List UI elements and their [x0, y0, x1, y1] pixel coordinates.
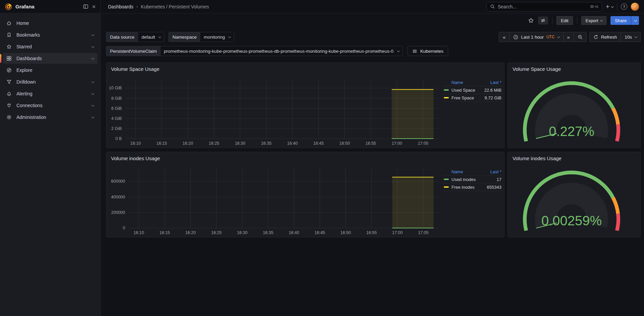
series-marker	[444, 89, 449, 91]
close-menu-icon[interactable]: ×	[92, 4, 96, 10]
top-nav: Grafana × Dashboards › Kubernetes / Pers…	[0, 0, 644, 13]
variable-data-source[interactable]: Data source default	[106, 32, 164, 42]
svg-text:0 B: 0 B	[115, 136, 122, 141]
svg-text:17:05: 17:05	[418, 230, 428, 235]
svg-text:16:40: 16:40	[289, 230, 299, 235]
zoom-out-button[interactable]	[574, 32, 586, 42]
plug-icon	[6, 103, 12, 108]
chevron-down-icon[interactable]	[92, 57, 94, 59]
legend-header: Name Last *	[443, 168, 502, 176]
svg-text:16:15: 16:15	[159, 230, 170, 235]
search-input[interactable]: Search... ⌘+k	[486, 2, 602, 11]
legend-col-name[interactable]: Name	[451, 169, 463, 174]
legend-col-name[interactable]: Name	[451, 80, 463, 85]
breadcrumb-dashboards[interactable]: Dashboards	[108, 4, 133, 9]
share-label: Share	[615, 18, 627, 23]
gauge-chart: 0.00259%	[508, 164, 640, 237]
svg-text:17:00: 17:00	[392, 230, 402, 235]
sidebar-nav: Home Bookmarks Starred Dashboards Explor…	[0, 13, 101, 316]
series-name[interactable]: Used Space	[451, 88, 475, 93]
sidebar-item-administration[interactable]: Administration	[3, 112, 98, 123]
panel-volume-inodes-usage-gauge: Volume inodes Usage 0.00259%	[507, 152, 641, 237]
legend-col-last[interactable]: Last *	[490, 80, 501, 85]
bookmark-icon	[6, 32, 12, 38]
export-button[interactable]: Export	[581, 16, 607, 25]
star-dashboard-icon[interactable]	[528, 17, 534, 24]
series-name[interactable]: Free Space	[451, 95, 474, 100]
variable-value: prometheus-monitoring-kube-prometheus-pr…	[164, 49, 393, 54]
svg-text:16:50: 16:50	[340, 230, 351, 235]
grafana-logo-icon[interactable]	[5, 3, 12, 10]
sidebar-item-bookmarks[interactable]: Bookmarks	[3, 30, 98, 40]
time-range-picker[interactable]: Last 1 hour UTC	[509, 32, 563, 42]
panel-title[interactable]: Volume inodes Usage	[508, 152, 640, 161]
help-icon[interactable]: ?	[621, 3, 627, 10]
series-name[interactable]: Free inodes	[451, 185, 475, 190]
refresh-interval-dropdown[interactable]: 10s	[621, 32, 640, 42]
zoom-out-icon	[578, 35, 583, 40]
chevron-down-icon[interactable]	[92, 116, 94, 118]
timeseries-chart[interactable]: 16:1016:1516:2016:2516:3016:3516:4016:45…	[106, 74, 504, 148]
sidebar-item-starred[interactable]: Starred	[3, 41, 98, 52]
variable-namespace[interactable]: Namespace monitoring	[168, 32, 234, 42]
time-range-back-button[interactable]: «	[499, 32, 509, 42]
divider	[577, 17, 577, 24]
shared-dashboard-button[interactable]	[538, 16, 548, 25]
svg-text:17:00: 17:00	[392, 141, 402, 146]
svg-text:10 GiB: 10 GiB	[109, 86, 122, 90]
sidebar-item-drilldown[interactable]: Drilldown	[3, 77, 98, 87]
svg-text:16:25: 16:25	[209, 141, 219, 146]
sidebar-item-label: Bookmarks	[16, 32, 40, 38]
variable-value-dropdown[interactable]: monitoring	[200, 32, 234, 42]
chevron-down-icon[interactable]	[92, 81, 94, 83]
variable-persistentvolumeclaim[interactable]: PersistentVolumeClaim prometheus-monitor…	[106, 46, 403, 56]
edit-button[interactable]: Edit	[556, 16, 573, 25]
grid-icon	[6, 56, 12, 61]
legend-col-last[interactable]: Last *	[490, 169, 501, 174]
export-label: Export	[586, 18, 598, 23]
svg-text:16:20: 16:20	[185, 230, 196, 235]
timeseries-chart[interactable]: 16:1016:1516:2016:2516:3016:3516:4016:45…	[106, 164, 504, 237]
share-button[interactable]: Share	[610, 16, 631, 25]
sidebar-item-dashboards[interactable]: Dashboards	[3, 53, 98, 64]
refresh-button[interactable]: Refresh	[590, 32, 621, 42]
variable-value-dropdown[interactable]: prometheus-monitoring-kube-prometheus-pr…	[161, 46, 402, 56]
svg-text:400000: 400000	[111, 195, 125, 199]
time-range-forward-button[interactable]: »	[563, 32, 574, 42]
legend-row: Free Space 9.72 GiB	[443, 94, 502, 102]
sidebar-item-connections[interactable]: Connections	[3, 100, 98, 111]
sidebar-item-label: Explore	[16, 67, 32, 73]
panel-title[interactable]: Volume Space Usage	[508, 63, 640, 72]
dock-menu-icon[interactable]	[83, 4, 89, 9]
chevron-down-icon[interactable]	[92, 104, 94, 106]
panel-title[interactable]: Volume Space Usage	[106, 63, 504, 72]
refresh-interval-value: 10s	[625, 35, 632, 40]
dashboard-controls-bar: Data source default Namespace monitoring…	[106, 32, 641, 42]
series-name[interactable]: Used inodes	[451, 177, 476, 182]
chevron-down-icon	[557, 35, 560, 38]
double-arrow-left-icon: «	[503, 34, 505, 40]
svg-text:16:55: 16:55	[366, 141, 376, 146]
divider	[552, 17, 552, 24]
sidebar-item-home[interactable]: Home	[3, 18, 98, 29]
svg-text:16:10: 16:10	[130, 141, 141, 146]
new-button[interactable]: +	[606, 3, 613, 10]
panel-volume-space-usage: Volume Space Usage 16:1016:1516:2016:251…	[106, 62, 504, 148]
variable-value-dropdown[interactable]: default	[138, 32, 164, 42]
chevron-down-icon[interactable]	[92, 46, 94, 48]
breadcrumb-current: Kubernetes / Persistent Volumes	[141, 4, 209, 9]
panel-title[interactable]: Volume inodes Usage	[106, 152, 504, 161]
bell-icon	[6, 91, 12, 96]
gear-icon	[6, 115, 12, 120]
variable-label: Data source	[106, 32, 138, 42]
svg-text:200000: 200000	[111, 210, 125, 215]
sidebar-item-alerting[interactable]: Alerting	[3, 88, 98, 99]
user-avatar[interactable]	[631, 3, 639, 11]
divider	[617, 3, 617, 10]
chevron-down-icon[interactable]	[92, 34, 94, 36]
chevron-down-icon[interactable]	[92, 93, 94, 95]
dashboard-link-kubernetes[interactable]: Kubernetes	[408, 46, 448, 56]
double-arrow-right-icon: »	[567, 34, 570, 40]
sidebar-item-explore[interactable]: Explore	[3, 65, 98, 76]
share-menu-button[interactable]	[631, 16, 639, 25]
